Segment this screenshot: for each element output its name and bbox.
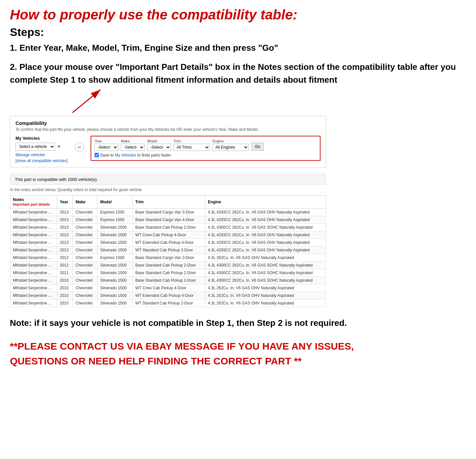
table-header-row: Notes Important part details Year Make M…	[10, 195, 326, 208]
notes-cell: Mfrlabel:Serpentine ...	[10, 276, 57, 284]
model-select[interactable]: -Select-	[147, 144, 171, 151]
compat-notice: This part is compatible with 1000 vehicl…	[10, 174, 326, 185]
notes-cell: Mfrlabel:Serpentine ...	[10, 284, 57, 292]
form-row: Year -Select- Make -Select- Model -Selec…	[95, 139, 317, 151]
contact-text: **PLEASE CONTACT US VIA EBAY MESSAGE IF …	[10, 339, 372, 368]
dropdown-arrow-icon: ▼	[57, 144, 61, 149]
my-vehicles-link[interactable]: My Vehicles	[115, 153, 136, 158]
arrow-area	[10, 93, 466, 119]
engine-cell: 4.3L 4293CC 262Cu. In. V6 GAS OHV Natura…	[205, 246, 326, 254]
model-cell: Silverado 1500	[98, 246, 132, 254]
trim-cell: Base Standard Cargo Van 3-Door	[132, 254, 205, 261]
make-cell: Chevrolet	[73, 216, 98, 223]
trim-label: Trim	[174, 139, 210, 143]
engine-cell: 4.3L 4300CC 262Cu. In. V6 GAS SOHC Natur…	[205, 269, 326, 276]
go-button[interactable]: Go	[251, 143, 264, 151]
engine-label: Engine	[212, 139, 249, 143]
save-suffix: to finds parts faster	[137, 153, 171, 158]
model-cell: Express 1500	[98, 254, 132, 261]
make-select[interactable]: -Select-	[121, 144, 145, 151]
notes-cell: Mfrlabel:Serpentine ...	[10, 292, 57, 299]
steps-heading: Steps:	[10, 26, 466, 39]
vehicle-select[interactable]: Select a vehicle	[15, 143, 55, 151]
engine-header: Engine	[205, 195, 326, 208]
engine-cell: 4.3L 262Cu. In. V6 GAS OHV Naturally Asp…	[205, 284, 326, 292]
my-vehicles-section: My Vehicles Select a vehicle ▼ Manage ve…	[15, 136, 68, 163]
compat-title: Compatibility	[15, 120, 321, 126]
trim-cell: Base Standard Cargo Van 3-Door	[132, 208, 205, 216]
notes-cell: Mfrlabel:Serpentine ...	[10, 246, 57, 254]
engine-cell: 4.3L 4300CC 262Cu. In. V6 GAS SOHC Natur…	[205, 223, 326, 231]
engine-select[interactable]: All Engines	[212, 144, 249, 151]
manage-vehicles-link[interactable]: Manage vehicles	[15, 153, 68, 157]
trim-field: Trim All Trims	[174, 139, 210, 151]
trim-cell: WT Crew Cab Pickup 4-Door	[132, 284, 205, 292]
notes-cell: Mfrlabel:Serpentine ....	[10, 208, 57, 216]
table-row: Mfrlabel:Serpentine ...2010ChevroletSilv…	[10, 292, 326, 299]
year-select[interactable]: -Select-	[95, 144, 118, 151]
trim-cell: WT Extended Cab Pickup 4-Door	[132, 239, 205, 246]
model-cell: Express 1500	[98, 208, 132, 216]
notes-cell: Mfrlabel:Serpentine ...	[10, 269, 57, 276]
table-row: Mfrlabel:Serpentine ...2010ChevroletSilv…	[10, 284, 326, 292]
notes-cell: Mfrlabel:Serpentine ...	[10, 231, 57, 239]
year-cell: 2011	[57, 269, 73, 276]
year-cell: 2010	[57, 292, 73, 299]
save-checkbox-row: Save to My Vehicles to finds parts faste…	[95, 153, 317, 158]
show-compatible-link[interactable]: [show all compatible vehicles]	[15, 158, 68, 163]
year-header: Year	[57, 195, 73, 208]
or-circle: or	[75, 142, 84, 152]
make-field: Make -Select-	[121, 139, 145, 151]
notes-cell: Mfrlabel:Serpentine....	[10, 216, 57, 223]
trim-cell: WT Extended Cab Pickup 4-Door	[132, 292, 205, 299]
make-cell: Chevrolet	[73, 231, 98, 239]
trim-cell: WT Standard Cab Pickup 2-Door	[132, 299, 205, 307]
model-header: Model	[98, 195, 132, 208]
model-label: Model	[147, 139, 171, 143]
trim-cell: Base Standard Cab Pickup 2-Door	[132, 276, 205, 284]
model-field: Model -Select-	[147, 139, 171, 151]
year-label: Year	[95, 139, 118, 143]
engine-cell: 4.3L 262Cu. In. V6 GAS OHV Naturally Asp…	[205, 299, 326, 307]
model-cell: Silverado 1500	[98, 261, 132, 269]
make-cell: Chevrolet	[73, 292, 98, 299]
year-cell: 2012	[57, 261, 73, 269]
engine-cell: 4.3L 4300CC 262Cu. In. V6 GAS SOHC Natur…	[205, 276, 326, 284]
table-row: Mfrlabel:Serpentine ....2013ChevroletSil…	[10, 223, 326, 231]
make-cell: Chevrolet	[73, 223, 98, 231]
notes-cell: Mfrlabel:Serpentine ...	[10, 254, 57, 261]
year-cell: 2013	[57, 208, 73, 216]
year-cell: 2013	[57, 246, 73, 254]
year-cell: 2010	[57, 299, 73, 307]
year-cell: 2010	[57, 276, 73, 284]
notes-cell: Mfrlabel:Serpentine ...	[10, 299, 57, 307]
vehicle-select-row: Select a vehicle ▼	[15, 143, 68, 151]
engine-cell: 4.3L 4293CC 262Cu. In. V6 GAS OHV Natura…	[205, 216, 326, 223]
make-label: Make	[121, 139, 145, 143]
table-row: Mfrlabel:Serpentine ...2010ChevroletSilv…	[10, 299, 326, 307]
table-row: Mfrlabel:Serpentine....2013ChevroletExpr…	[10, 216, 326, 223]
step2-text: 2. Place your mouse over "Important Part…	[10, 61, 466, 86]
trim-cell: WT Standard Cab Pickup 2-Door	[132, 246, 205, 254]
svg-line-1	[72, 90, 100, 113]
engine-cell: 4.3L 4293CC 262Cu. In. V6 GAS OHV Natura…	[205, 231, 326, 239]
model-cell: Silverado 1500	[98, 284, 132, 292]
trim-cell: Base Standard Cab Pickup 2-Door	[132, 223, 205, 231]
table-row: Mfrlabel:Serpentine ....2013ChevroletExp…	[10, 208, 326, 216]
trim-cell: Base Standard Cargo Van 4-Door	[132, 216, 205, 223]
trim-select[interactable]: All Trims	[174, 144, 210, 151]
year-cell: 2010	[57, 284, 73, 292]
model-cell: Silverado 1500	[98, 231, 132, 239]
compat-subtitle: To confirm that this part fits your vehi…	[15, 127, 321, 132]
table-row: Mfrlabel:Serpentine ...2012ChevroletExpr…	[10, 254, 326, 261]
my-vehicles-label: My Vehicles	[15, 136, 68, 141]
make-header: Make	[73, 195, 98, 208]
table-row: Mfrlabel:Serpentine ...2013ChevroletSilv…	[10, 231, 326, 239]
make-cell: Chevrolet	[73, 276, 98, 284]
model-cell: Silverado 1500	[98, 269, 132, 276]
engine-field: Engine All Engines	[212, 139, 249, 151]
engine-cell: 4.3L 4300CC 262Cu. In. V6 GAS SOHC Natur…	[205, 261, 326, 269]
save-checkbox[interactable]	[95, 153, 99, 157]
table-row: Mfrlabel:Serpentine ...2013ChevroletSilv…	[10, 239, 326, 246]
year-cell: 2013	[57, 216, 73, 223]
